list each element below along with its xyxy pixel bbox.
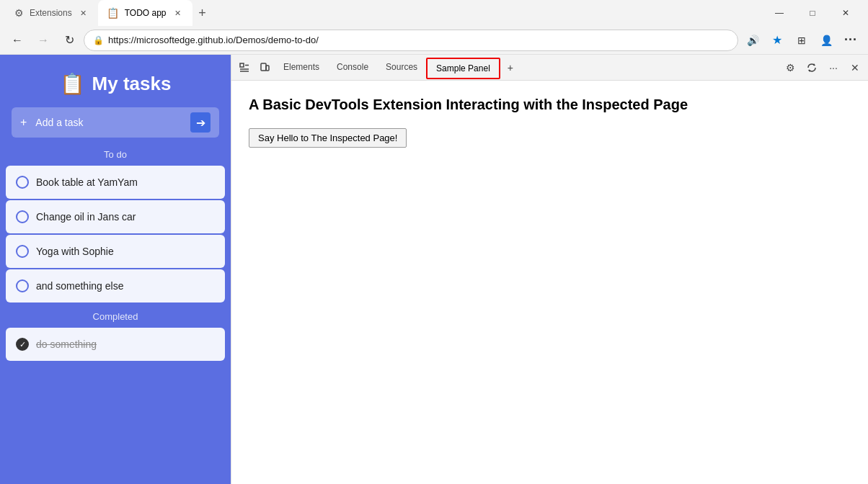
main-split: 📋 My tasks + Add a task ➔ To do Book tab… [0,55,868,484]
add-task-label: Add a task [35,117,185,128]
address-bar-actions: 🔊 ★ ⊞ 👤 ··· [741,29,862,52]
task-item-4[interactable]: and something else [6,269,225,302]
todo-header: 📋 My tasks [0,55,231,107]
devtools-device-icon[interactable] [254,58,275,78]
todo-tab-label: TODO app [125,8,167,18]
task-checkbox-4[interactable] [16,279,29,292]
svg-rect-4 [261,63,266,71]
url-bar[interactable]: 🔒 https://microsoftedge.github.io/Demos/… [84,30,738,51]
minimize-button[interactable]: — [763,0,796,26]
devtools-sync-icon[interactable] [802,58,822,78]
task-item-1[interactable]: Book table at YamYam [6,166,225,199]
title-bar: ⚙ Extensions ✕ 📋 TODO app ✕ + — □ ✕ [0,0,868,26]
task-checkbox-5[interactable]: ✓ [16,338,29,351]
more-button[interactable]: ··· [839,29,862,52]
todo-panel: 📋 My tasks + Add a task ➔ To do Book tab… [0,55,231,484]
task-item-5[interactable]: ✓ do something [6,328,225,361]
url-text: https://microsoftedge.github.io/Demos/de… [108,35,729,45]
todo-tab-close[interactable]: ✕ [172,7,184,19]
task-text-3: Yoga with Sophie [36,246,114,257]
task-text-2: Change oil in Jans car [36,211,136,223]
say-hello-button[interactable]: Say Hello to The Inspected Page! [249,128,407,148]
todo-app-icon: 📋 [60,72,85,96]
svg-rect-5 [266,66,269,71]
devtools-inspect-icon[interactable] [234,58,254,78]
task-checkbox-1[interactable] [16,176,29,189]
todo-app-title: My tasks [92,73,172,95]
todo-section-label: To do [0,149,231,160]
task-text-1: Book table at YamYam [36,176,138,188]
task-text-5: do something [36,339,97,350]
close-button[interactable]: ✕ [829,0,862,26]
completed-section: Completed ✓ do something [0,311,231,361]
completed-section-label: Completed [0,311,231,322]
devtools-tab-console[interactable]: Console [328,55,377,81]
devtools-tab-sources[interactable]: Sources [377,55,426,81]
todo-task-list: Book table at YamYam Change oil in Jans … [0,166,231,302]
add-task-submit-button[interactable]: ➔ [190,112,211,133]
add-task-row[interactable]: + Add a task ➔ [12,107,219,138]
todo-tab-icon: 📋 [107,7,119,19]
devtools-more-icon[interactable]: ··· [823,58,843,78]
maximize-button[interactable]: □ [796,0,829,26]
lock-icon: 🔒 [93,35,104,45]
browser-window: ⚙ Extensions ✕ 📋 TODO app ✕ + — □ ✕ ← → … [0,0,868,484]
devtools-tab-elements[interactable]: Elements [275,55,328,81]
favorites-button[interactable]: ★ [766,29,789,52]
forward-button[interactable]: → [32,29,55,52]
devtools-add-tab-button[interactable]: + [500,58,521,78]
read-aloud-button[interactable]: 🔊 [741,29,764,52]
devtools-heading: A Basic DevTools Extension Interacting w… [249,95,851,114]
task-text-4: and something else [36,280,123,292]
devtools-content: A Basic DevTools Extension Interacting w… [231,81,868,484]
tab-todo[interactable]: 📋 TODO app ✕ [98,0,192,26]
profile-button[interactable]: 👤 [815,29,838,52]
collections-button[interactable]: ⊞ [790,29,813,52]
task-checkbox-3[interactable] [16,245,29,258]
window-controls: — □ ✕ [763,0,862,26]
devtools-toolbar: Elements Console Sources Sample Panel + … [231,55,868,81]
devtools-panel: Elements Console Sources Sample Panel + … [231,55,868,484]
refresh-button[interactable]: ↻ [58,29,81,52]
address-bar: ← → ↻ 🔒 https://microsoftedge.github.io/… [0,26,868,55]
extensions-tab-label: Extensions [30,8,72,18]
tab-extensions[interactable]: ⚙ Extensions ✕ [6,0,98,26]
back-button[interactable]: ← [6,29,29,52]
add-task-plus-icon: + [20,116,27,129]
devtools-settings-icon[interactable]: ⚙ [780,58,800,78]
extensions-tab-icon: ⚙ [14,7,24,19]
content-area: 📋 My tasks + Add a task ➔ To do Book tab… [0,55,868,484]
extensions-tab-close[interactable]: ✕ [78,7,89,19]
devtools-right-buttons: ⚙ ··· ✕ [780,58,865,78]
devtools-tab-sample-panel[interactable]: Sample Panel [426,58,500,79]
task-checkbox-2[interactable] [16,210,29,223]
task-item-3[interactable]: Yoga with Sophie [6,235,225,268]
new-tab-button[interactable]: + [192,3,213,23]
svg-rect-0 [240,63,244,67]
devtools-close-icon[interactable]: ✕ [845,58,865,78]
completed-task-list: ✓ do something [0,328,231,361]
task-item-2[interactable]: Change oil in Jans car [6,200,225,233]
